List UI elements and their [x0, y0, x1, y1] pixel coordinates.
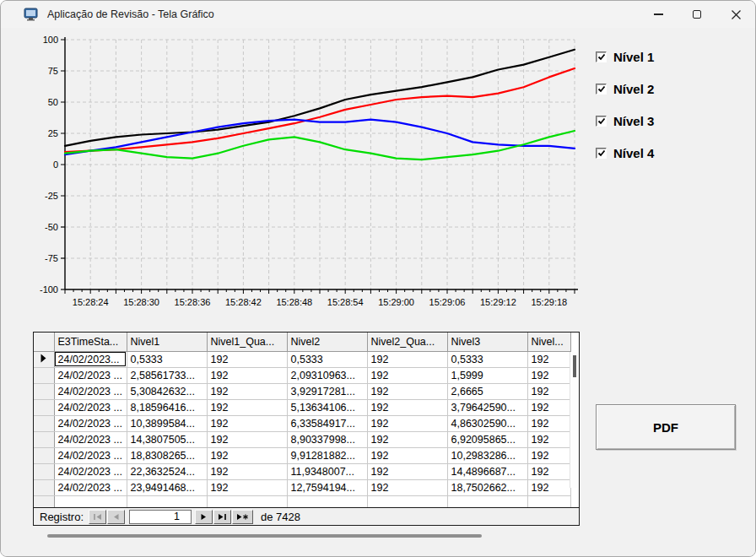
- table-cell[interactable]: 14,3807505...: [127, 431, 207, 447]
- checkbox-nivel-4[interactable]: Nível 4: [596, 146, 654, 160]
- row-selector[interactable]: [34, 415, 54, 431]
- table-cell[interactable]: 8,90337998...: [287, 431, 367, 447]
- table-cell[interactable]: 24/02/2023 ...: [54, 383, 127, 399]
- table-cell[interactable]: 192: [207, 399, 287, 415]
- row-selector[interactable]: [34, 431, 54, 447]
- table-cell[interactable]: 192: [527, 383, 570, 399]
- table-cell[interactable]: 4,86302590...: [447, 415, 527, 431]
- table-cell[interactable]: 10,3899584...: [127, 415, 207, 431]
- table-cell[interactable]: 2,09310963...: [287, 367, 367, 383]
- table-cell[interactable]: 3,92917281...: [287, 383, 367, 399]
- table-cell[interactable]: 6,92095865...: [447, 431, 527, 447]
- column-header[interactable]: Nivel1: [127, 333, 207, 351]
- table-cell[interactable]: 9,91281882...: [287, 447, 367, 463]
- table-cell[interactable]: 24/02/2023 ...: [54, 479, 127, 495]
- table-cell[interactable]: 192: [367, 399, 447, 415]
- column-header[interactable]: Nivel1_Qua...: [207, 333, 287, 351]
- column-header[interactable]: Nivel3: [447, 333, 527, 351]
- table-cell[interactable]: 192: [207, 463, 287, 479]
- table-cell[interactable]: 8,18596416...: [127, 399, 207, 415]
- table-cell[interactable]: 6,33584917...: [287, 415, 367, 431]
- column-header[interactable]: Nivel2_Qua...: [367, 333, 447, 351]
- table-cell[interactable]: 10,2983286...: [447, 447, 527, 463]
- y-axis-tick-label: 100: [43, 35, 58, 45]
- table-cell[interactable]: 192: [207, 415, 287, 431]
- row-selector[interactable]: [34, 399, 54, 415]
- table-cell[interactable]: 24/02/2023 ...: [54, 415, 127, 431]
- table-cell[interactable]: 192: [207, 367, 287, 383]
- new-record-button[interactable]: [232, 510, 253, 524]
- table-cell[interactable]: 5,13634106...: [287, 399, 367, 415]
- row-selector[interactable]: [34, 463, 54, 479]
- record-number-input[interactable]: [129, 510, 192, 524]
- table-cell[interactable]: 192: [527, 351, 570, 367]
- table-cell[interactable]: 192: [527, 415, 570, 431]
- table-cell[interactable]: 24/02/2023...: [54, 351, 127, 367]
- maximize-button[interactable]: [678, 1, 716, 28]
- column-header[interactable]: [34, 333, 54, 351]
- checkbox-nivel-1[interactable]: Nível 1: [596, 50, 654, 64]
- checkbox-nivel-3[interactable]: Nível 3: [596, 114, 654, 128]
- table-cell[interactable]: 192: [367, 367, 447, 383]
- table-cell[interactable]: 2,58561733...: [127, 367, 207, 383]
- table-cell[interactable]: 3,79642590...: [447, 399, 527, 415]
- next-record-button[interactable]: [195, 510, 213, 524]
- table-cell[interactable]: 192: [527, 447, 570, 463]
- minimize-button[interactable]: [639, 1, 678, 28]
- table-cell[interactable]: 18,8308265...: [127, 447, 207, 463]
- table-cell[interactable]: 18,7502662...: [447, 479, 527, 495]
- column-header[interactable]: Nivel2: [287, 333, 367, 351]
- table-cell[interactable]: 24/02/2023 ...: [54, 399, 127, 415]
- grid-horizontal-scrollbar-thumb[interactable]: [47, 534, 482, 538]
- last-record-button[interactable]: [213, 510, 231, 524]
- table-cell[interactable]: 192: [527, 431, 570, 447]
- table-cell[interactable]: 2,6665: [447, 383, 527, 399]
- table-cell[interactable]: 192: [367, 415, 447, 431]
- row-selector[interactable]: [34, 383, 54, 399]
- table-cell[interactable]: 192: [367, 447, 447, 463]
- row-selector[interactable]: [34, 367, 54, 383]
- table-cell[interactable]: 192: [207, 447, 287, 463]
- close-button[interactable]: [716, 1, 755, 28]
- table-cell[interactable]: 192: [527, 399, 570, 415]
- table-cell[interactable]: 24/02/2023 ...: [54, 447, 127, 463]
- x-axis-tick-label: 15:28:42: [225, 297, 262, 307]
- table-cell[interactable]: 0,5333: [287, 351, 367, 367]
- row-selector[interactable]: [34, 351, 54, 367]
- table-cell[interactable]: 12,7594194...: [287, 479, 367, 495]
- table-cell[interactable]: 23,9491468...: [127, 479, 207, 495]
- table-cell[interactable]: 5,30842632...: [127, 383, 207, 399]
- column-header[interactable]: Nivel...: [527, 333, 570, 351]
- table-cell[interactable]: 11,9348007...: [287, 463, 367, 479]
- table-cell[interactable]: 0,5333: [127, 351, 207, 367]
- checkbox-nivel-2[interactable]: Nível 2: [596, 82, 654, 96]
- table-cell[interactable]: 14,4896687...: [447, 463, 527, 479]
- table-cell[interactable]: 192: [367, 383, 447, 399]
- grid-vertical-scrollbar[interactable]: [570, 352, 578, 488]
- table-cell[interactable]: 1,5999: [447, 367, 527, 383]
- checkbox-checked-icon: [596, 116, 607, 127]
- table-cell[interactable]: 24/02/2023 ...: [54, 431, 127, 447]
- table-cell[interactable]: 192: [527, 367, 570, 383]
- pdf-button[interactable]: PDF: [596, 404, 736, 450]
- table-cell[interactable]: 192: [207, 431, 287, 447]
- table-cell[interactable]: 192: [367, 351, 447, 367]
- table-cell[interactable]: 192: [207, 383, 287, 399]
- maximize-icon: [693, 10, 701, 19]
- grid-vscroll-thumb[interactable]: [573, 355, 576, 377]
- row-selector[interactable]: [34, 447, 54, 463]
- table-cell[interactable]: 192: [367, 431, 447, 447]
- trend-chart: 1007550250-25-50-75-10015:28:2415:28:301…: [13, 33, 583, 311]
- table-cell[interactable]: 192: [367, 463, 447, 479]
- table-cell[interactable]: 192: [207, 479, 287, 495]
- table-cell[interactable]: 24/02/2023 ...: [54, 367, 127, 383]
- column-header[interactable]: E3TimeSta...: [54, 333, 127, 351]
- table-cell[interactable]: 192: [527, 463, 570, 479]
- table-cell[interactable]: 192: [527, 479, 570, 495]
- table-cell[interactable]: 192: [367, 479, 447, 495]
- row-selector[interactable]: [34, 479, 54, 495]
- table-cell[interactable]: 24/02/2023 ...: [54, 463, 127, 479]
- table-cell[interactable]: 22,3632524...: [127, 463, 207, 479]
- table-cell[interactable]: 192: [207, 351, 287, 367]
- table-cell[interactable]: 0,5333: [447, 351, 527, 367]
